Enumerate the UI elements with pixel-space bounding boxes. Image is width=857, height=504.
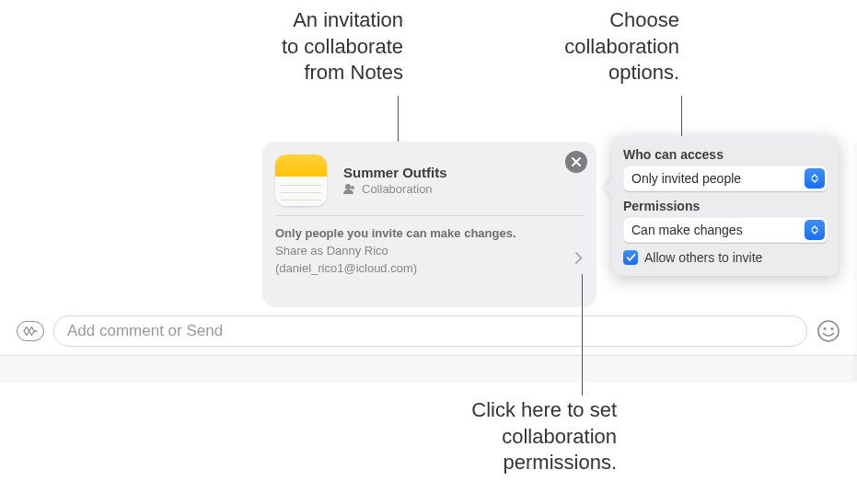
invite-body-line2: Share as Danny Rico: [275, 243, 584, 260]
permissions-select[interactable]: Can make changes: [623, 217, 828, 243]
access-label: Who can access: [623, 147, 828, 162]
people-icon: [343, 184, 357, 194]
invite-subtitle-text: Collaboration: [362, 182, 433, 196]
callout-permissions-line: [582, 274, 583, 395]
svg-point-1: [818, 321, 839, 341]
svg-point-2: [824, 327, 827, 330]
window-edge-shade: [0, 355, 857, 383]
compose-area: Summer Outfits Collaboration Only people…: [0, 142, 857, 381]
callout-permissions: Click here to setcollaborationpermission…: [442, 397, 617, 476]
apps-glyph-icon: [22, 326, 39, 337]
callout-options: Choosecollaborationoptions.: [543, 7, 679, 86]
permissions-select-value: Can make changes: [631, 223, 743, 237]
compose-placeholder: Add comment or Send: [67, 322, 223, 340]
check-icon: [626, 253, 636, 262]
close-icon: [571, 156, 582, 167]
select-arrows-icon: [805, 220, 825, 240]
notes-app-icon: [275, 155, 327, 206]
collab-invite-card: Summer Outfits Collaboration Only people…: [262, 142, 596, 307]
invite-title: Summer Outfits: [343, 165, 447, 180]
allow-others-label: Allow others to invite: [644, 250, 762, 265]
collab-options-popover: Who can access Only invited people Permi…: [612, 136, 839, 276]
compose-input[interactable]: Add comment or Send: [53, 315, 807, 347]
select-arrows-icon: [805, 168, 825, 189]
apps-icon[interactable]: [17, 321, 44, 341]
close-button[interactable]: [565, 151, 587, 173]
compose-row: Add comment or Send: [17, 315, 840, 348]
invite-header: Summer Outfits Collaboration: [262, 142, 596, 215]
access-select-value: Only invited people: [631, 171, 741, 186]
callout-invite: An invitationto collaboratefrom Notes: [247, 7, 403, 86]
callout-invite-line: [398, 96, 399, 147]
permissions-label: Permissions: [623, 199, 828, 213]
invite-body-line3: (daniel_rico1@icloud.com): [275, 260, 584, 278]
invite-body[interactable]: Only people you invite can make changes.…: [262, 216, 596, 289]
invite-subtitle: Collaboration: [343, 182, 447, 196]
callout-options-line: [681, 96, 682, 142]
callout-invite-text: An invitationto collaboratefrom Notes: [282, 8, 403, 84]
callout-options-text: Choosecollaborationoptions.: [564, 8, 679, 84]
chevron-right-icon: [574, 251, 584, 270]
allow-others-checkbox[interactable]: [623, 250, 638, 265]
access-select[interactable]: Only invited people: [623, 166, 828, 191]
callout-permissions-text: Click here to setcollaborationpermission…: [471, 398, 617, 474]
invite-body-line1: Only people you invite can make changes.: [275, 225, 584, 243]
svg-point-3: [831, 327, 834, 330]
emoji-icon[interactable]: [816, 319, 840, 343]
allow-others-row[interactable]: Allow others to invite: [623, 250, 828, 265]
